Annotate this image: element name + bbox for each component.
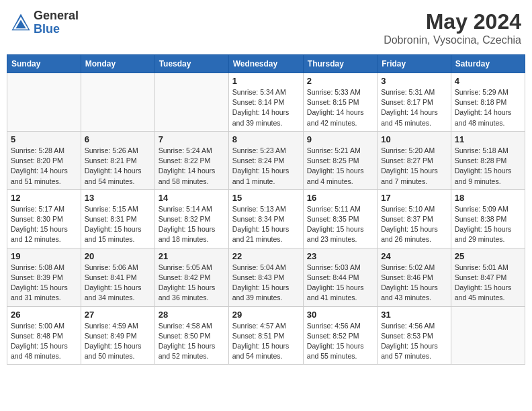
day-number: 12 [11,193,77,203]
day-number: 2 [307,76,373,86]
day-info: Sunrise: 5:20 AM Sunset: 8:27 PM Dayligh… [381,146,447,187]
day-info: Sunrise: 5:10 AM Sunset: 8:37 PM Dayligh… [381,204,447,245]
calendar-title: May 2024 [384,9,521,34]
logo-general-text: General [34,9,79,23]
calendar-week-row: 1Sunrise: 5:34 AM Sunset: 8:14 PM Daylig… [7,73,525,132]
day-info: Sunrise: 5:05 AM Sunset: 8:42 PM Dayligh… [159,263,225,304]
weekday-header: Friday [378,55,451,73]
day-number: 21 [159,251,225,261]
day-info: Sunrise: 5:02 AM Sunset: 8:46 PM Dayligh… [381,263,447,304]
day-number: 14 [159,193,225,203]
day-info: Sunrise: 5:23 AM Sunset: 8:24 PM Dayligh… [232,146,300,187]
calendar-cell: 21Sunrise: 5:05 AM Sunset: 8:42 PM Dayli… [154,248,228,306]
calendar-cell: 24Sunrise: 5:02 AM Sunset: 8:46 PM Dayli… [378,248,451,306]
day-number: 29 [232,310,300,320]
day-info: Sunrise: 5:29 AM Sunset: 8:18 PM Dayligh… [455,87,521,128]
day-info: Sunrise: 5:09 AM Sunset: 8:38 PM Dayligh… [455,204,521,245]
calendar-cell: 3Sunrise: 5:31 AM Sunset: 8:17 PM Daylig… [378,73,451,132]
calendar-cell: 5Sunrise: 5:28 AM Sunset: 8:20 PM Daylig… [7,131,81,189]
day-info: Sunrise: 5:33 AM Sunset: 8:15 PM Dayligh… [307,87,373,128]
day-info: Sunrise: 5:01 AM Sunset: 8:47 PM Dayligh… [455,263,521,304]
day-number: 17 [381,193,447,203]
calendar-cell: 27Sunrise: 4:59 AM Sunset: 8:49 PM Dayli… [81,306,154,365]
day-number: 31 [381,310,447,320]
day-number: 20 [85,251,151,261]
calendar-cell: 18Sunrise: 5:09 AM Sunset: 8:38 PM Dayli… [451,189,525,248]
calendar-cell [81,73,154,132]
calendar-week-row: 12Sunrise: 5:17 AM Sunset: 8:30 PM Dayli… [7,189,525,248]
weekday-header: Sunday [7,55,81,73]
day-number: 19 [11,251,77,261]
day-info: Sunrise: 5:06 AM Sunset: 8:41 PM Dayligh… [85,263,151,304]
calendar-cell: 11Sunrise: 5:18 AM Sunset: 8:28 PM Dayli… [451,131,525,189]
day-info: Sunrise: 4:59 AM Sunset: 8:49 PM Dayligh… [85,321,151,362]
calendar-cell: 13Sunrise: 5:15 AM Sunset: 8:31 PM Dayli… [81,189,154,248]
logo-blue-text: Blue [34,23,79,36]
calendar-cell [7,73,81,132]
calendar-cell: 22Sunrise: 5:04 AM Sunset: 8:43 PM Dayli… [228,248,303,306]
calendar-cell: 14Sunrise: 5:14 AM Sunset: 8:32 PM Dayli… [154,189,228,248]
day-info: Sunrise: 5:00 AM Sunset: 8:48 PM Dayligh… [11,321,77,362]
day-number: 1 [232,76,300,86]
calendar-cell: 30Sunrise: 4:56 AM Sunset: 8:52 PM Dayli… [303,306,377,365]
day-number: 22 [232,251,300,261]
day-number: 28 [159,310,225,320]
day-number: 11 [455,134,521,144]
calendar-cell: 16Sunrise: 5:11 AM Sunset: 8:35 PM Dayli… [303,189,377,248]
page-header: General Blue May 2024 Dobronin, Vysocina… [7,7,525,49]
day-info: Sunrise: 4:58 AM Sunset: 8:50 PM Dayligh… [159,321,225,362]
calendar-week-row: 19Sunrise: 5:08 AM Sunset: 8:39 PM Dayli… [7,248,525,306]
day-number: 27 [85,310,151,320]
calendar-cell [451,306,525,365]
day-info: Sunrise: 5:15 AM Sunset: 8:31 PM Dayligh… [85,204,151,245]
calendar-cell: 15Sunrise: 5:13 AM Sunset: 8:34 PM Dayli… [228,189,303,248]
day-number: 24 [381,251,447,261]
day-number: 13 [85,193,151,203]
calendar-cell: 7Sunrise: 5:24 AM Sunset: 8:22 PM Daylig… [154,131,228,189]
day-info: Sunrise: 5:17 AM Sunset: 8:30 PM Dayligh… [11,204,77,245]
day-number: 23 [307,251,373,261]
calendar-cell: 1Sunrise: 5:34 AM Sunset: 8:14 PM Daylig… [228,73,303,132]
logo-icon [11,13,31,33]
calendar-location: Dobronin, Vysocina, Czechia [384,34,521,46]
day-info: Sunrise: 5:21 AM Sunset: 8:25 PM Dayligh… [307,146,373,187]
day-number: 5 [11,134,77,144]
title-block: May 2024 Dobronin, Vysocina, Czechia [384,9,521,46]
calendar-cell: 12Sunrise: 5:17 AM Sunset: 8:30 PM Dayli… [7,189,81,248]
logo: General Blue [11,9,79,36]
day-number: 16 [307,193,373,203]
calendar-cell: 4Sunrise: 5:29 AM Sunset: 8:18 PM Daylig… [451,73,525,132]
calendar-cell: 2Sunrise: 5:33 AM Sunset: 8:15 PM Daylig… [303,73,377,132]
day-info: Sunrise: 5:26 AM Sunset: 8:21 PM Dayligh… [85,146,151,187]
day-number: 18 [455,193,521,203]
day-info: Sunrise: 5:34 AM Sunset: 8:14 PM Dayligh… [232,87,300,128]
day-info: Sunrise: 5:31 AM Sunset: 8:17 PM Dayligh… [381,87,447,128]
day-info: Sunrise: 5:14 AM Sunset: 8:32 PM Dayligh… [159,204,225,245]
day-info: Sunrise: 5:11 AM Sunset: 8:35 PM Dayligh… [307,204,373,245]
day-info: Sunrise: 5:24 AM Sunset: 8:22 PM Dayligh… [159,146,225,187]
calendar-week-row: 5Sunrise: 5:28 AM Sunset: 8:20 PM Daylig… [7,131,525,189]
logo-text: General Blue [34,9,79,36]
day-number: 25 [455,251,521,261]
day-info: Sunrise: 5:03 AM Sunset: 8:44 PM Dayligh… [307,263,373,304]
day-number: 8 [232,134,300,144]
day-info: Sunrise: 4:57 AM Sunset: 8:51 PM Dayligh… [232,321,300,362]
weekday-header: Tuesday [154,55,228,73]
weekday-header: Thursday [303,55,377,73]
weekday-header: Monday [81,55,154,73]
calendar-table: SundayMondayTuesdayWednesdayThursdayFrid… [7,54,525,365]
day-number: 4 [455,76,521,86]
weekday-header-row: SundayMondayTuesdayWednesdayThursdayFrid… [7,55,525,73]
day-info: Sunrise: 5:08 AM Sunset: 8:39 PM Dayligh… [11,263,77,304]
day-number: 10 [381,134,447,144]
calendar-week-row: 26Sunrise: 5:00 AM Sunset: 8:48 PM Dayli… [7,306,525,365]
calendar-cell: 10Sunrise: 5:20 AM Sunset: 8:27 PM Dayli… [378,131,451,189]
day-info: Sunrise: 4:56 AM Sunset: 8:53 PM Dayligh… [381,321,447,362]
calendar-cell: 6Sunrise: 5:26 AM Sunset: 8:21 PM Daylig… [81,131,154,189]
day-info: Sunrise: 5:04 AM Sunset: 8:43 PM Dayligh… [232,263,300,304]
calendar-cell: 19Sunrise: 5:08 AM Sunset: 8:39 PM Dayli… [7,248,81,306]
day-number: 6 [85,134,151,144]
calendar-cell: 26Sunrise: 5:00 AM Sunset: 8:48 PM Dayli… [7,306,81,365]
weekday-header: Wednesday [228,55,303,73]
day-number: 26 [11,310,77,320]
